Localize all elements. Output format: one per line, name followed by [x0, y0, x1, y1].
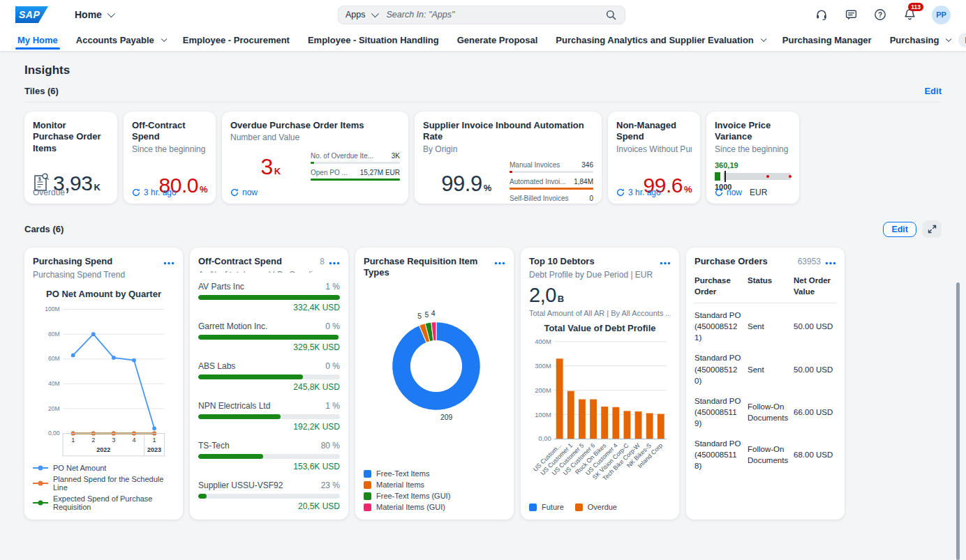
tile-non-managed-spend[interactable]: Non-Managed Spend Invoices Without Pur..…	[608, 112, 700, 204]
mini-row: Manual Invoices346	[510, 161, 593, 173]
tile-mini-list: No. of Overdue Ite...3K Open PO ...15,27…	[311, 152, 400, 181]
legend-swatch	[364, 504, 371, 511]
list-item[interactable]: Supplier USSU-VSF9223 % 20,5K USD	[198, 480, 340, 511]
svg-text:100M: 100M	[45, 305, 59, 312]
tile-overdue-purchase-order-items[interactable]: Overdue Purchase Order Items Number and …	[222, 112, 408, 204]
bar-chart: 0,00100M200M300M400MUS Custom...US Custo…	[529, 335, 671, 499]
shell-header: SAP Home Apps ? 113 PP	[0, 0, 966, 29]
main-content: Insights Tiles (6) Edit Monitor Purchase…	[0, 51, 966, 520]
tab-generate-proposal[interactable]: Generate Proposal	[448, 29, 547, 51]
bullet-chart: 360,19 1000	[715, 161, 791, 191]
support-headset-icon[interactable]	[815, 8, 828, 22]
tab-purchasing[interactable]: Purchasing	[881, 29, 959, 51]
tile-mini-list: Manual Invoices346 Automated Invoi...1,8…	[510, 161, 593, 204]
table-row[interactable]: Standard PO (4500085119) Follow-On Docum…	[694, 389, 836, 432]
item-count: 63953	[798, 257, 821, 266]
svg-text:300M: 300M	[535, 363, 551, 370]
tiles-count-label: Tiles (6)	[24, 86, 59, 96]
legend-swatch	[33, 483, 48, 484]
chevron-down-icon	[761, 36, 766, 41]
svg-text:2022: 2022	[96, 446, 110, 453]
vertical-scrollbar[interactable]	[956, 282, 960, 560]
svg-text:4: 4	[431, 310, 436, 318]
table-row[interactable]: Standard PO (4500085120) Sent 50.00 USD	[694, 346, 836, 388]
chart-legend: Future Overdue	[529, 503, 671, 511]
svg-text:0,00: 0,00	[48, 430, 60, 437]
more-tabs-button[interactable]: More	[958, 33, 966, 47]
expand-icon[interactable]	[922, 220, 942, 238]
navigation-tab-bar: My Home Accounts Payable Employee - Proc…	[0, 29, 966, 51]
mini-row: Automated Invoi...1,84M	[510, 178, 593, 190]
user-avatar[interactable]: PP	[932, 6, 951, 24]
card-purchasing-spend[interactable]: Purchasing Spend Purchasing Spend Trend …	[24, 248, 183, 520]
refresh-icon	[715, 188, 723, 197]
legend-swatch	[575, 504, 583, 511]
tile-invoice-price-variance[interactable]: Invoice Price Variance Since the beginni…	[706, 112, 799, 204]
chevron-down-icon	[161, 36, 167, 41]
list-item[interactable]: NPN Electricals Ltd1 % 192,2K USD	[198, 401, 340, 432]
tab-employee-situation-handling[interactable]: Employee - Situation Handling	[299, 29, 448, 51]
cards-edit-button[interactable]: Edit	[883, 222, 916, 237]
tile-kpi-value: 99.9%	[423, 173, 510, 195]
kpi-note: Total Amount of All AR | By All Accounts…	[529, 309, 671, 317]
svg-text:40M: 40M	[48, 380, 60, 387]
tab-accounts-payable[interactable]: Accounts Payable	[67, 29, 174, 51]
overflow-menu-icon[interactable]	[329, 255, 340, 268]
table-row[interactable]: Standard PO (4500085118) Follow-On Docum…	[694, 432, 836, 474]
refresh-icon	[230, 188, 239, 197]
home-menu-button[interactable]: Home	[75, 9, 113, 20]
tile-refresh-footer[interactable]: 3 hr. ago	[132, 188, 177, 197]
search-bar[interactable]: Apps	[338, 6, 625, 24]
tab-purchasing-manager[interactable]: Purchasing Manager	[773, 29, 881, 51]
list-item[interactable]: AV Parts Inc1 % 332,4K USD	[198, 282, 340, 312]
search-input[interactable]	[387, 10, 604, 20]
list-item[interactable]: TS-Tech80 % 153,6K USD	[198, 441, 340, 471]
help-icon[interactable]: ?	[873, 8, 887, 22]
chart-legend: PO Net Amount Planned Spend for the Sche…	[33, 464, 174, 511]
notifications-bell-icon[interactable]: 113	[902, 8, 916, 22]
svg-text:4: 4	[132, 437, 135, 444]
overflow-menu-icon[interactable]	[494, 255, 505, 268]
svg-text:200M: 200M	[535, 387, 551, 394]
svg-text:80M: 80M	[48, 331, 60, 338]
search-icon[interactable]	[604, 8, 618, 22]
notification-count-badge: 113	[908, 3, 923, 11]
tile-refresh-footer[interactable]: now	[230, 188, 258, 197]
overflow-menu-icon[interactable]	[825, 255, 836, 268]
tab-employee-procurement[interactable]: Employee - Procurement	[174, 29, 299, 51]
tile-supplier-invoice-automation-rate[interactable]: Supplier Invoice Inbound Automation Rate…	[415, 112, 602, 204]
search-scope-selector[interactable]: Apps	[345, 10, 377, 20]
list-item[interactable]: Garrett Motion Inc.0 % 329,5K USD	[198, 321, 340, 352]
legend-swatch	[33, 502, 48, 504]
tile-off-contract-spend[interactable]: Off-Contract Spend Since the beginning .…	[124, 112, 216, 204]
svg-text:1: 1	[71, 437, 75, 444]
tab-purchasing-analytics[interactable]: Purchasing Analytics and Supplier Evalua…	[547, 29, 773, 51]
chevron-down-icon	[371, 10, 378, 17]
card-off-contract-spend[interactable]: Off-Contract Spend 8 As % of total spend…	[190, 248, 348, 520]
tile-refresh-footer[interactable]: now EUR	[715, 188, 767, 197]
svg-text:2: 2	[91, 437, 95, 444]
table-row[interactable]: Standard PO (4500085121) Sent 50.00 USD	[694, 303, 836, 346]
card-purchase-orders[interactable]: Purchase Orders 63953 Purchase Order Sta…	[686, 248, 845, 520]
svg-text:209: 209	[440, 414, 453, 421]
overflow-menu-icon[interactable]	[163, 255, 174, 268]
line-chart: 0,0020M40M60M80M100M1234202212023	[33, 301, 174, 460]
svg-text:5: 5	[424, 311, 429, 319]
svg-text:2023: 2023	[147, 446, 161, 453]
mini-row: Open PO ...15,27M EUR	[311, 169, 400, 181]
cards-section-header: Cards (6) Edit	[24, 220, 942, 238]
feedback-chat-icon[interactable]	[844, 8, 858, 22]
sap-logo[interactable]: SAP	[15, 6, 48, 23]
item-count: 8	[320, 257, 325, 266]
tile-refresh-footer[interactable]: 3 hr. ago	[616, 188, 661, 197]
legend-swatch	[33, 467, 48, 469]
card-purchase-requisition-item-types[interactable]: Purchase Requisition Item Types 209554 F…	[355, 248, 514, 520]
list-item[interactable]: ABS Labs0 % 245,8K USD	[198, 361, 340, 392]
home-menu-label: Home	[75, 9, 102, 20]
tile-monitor-purchase-order-items[interactable]: Monitor Purchase Order Items $ 3,93K Ove…	[24, 112, 117, 204]
tab-my-home[interactable]: My Home	[8, 29, 67, 51]
card-top-10-debtors[interactable]: Top 10 Debtors Debt Profile by Due Perio…	[521, 248, 679, 520]
page-title: Insights	[24, 63, 942, 77]
tiles-edit-link[interactable]: Edit	[924, 86, 942, 96]
overflow-menu-icon[interactable]	[660, 255, 671, 268]
